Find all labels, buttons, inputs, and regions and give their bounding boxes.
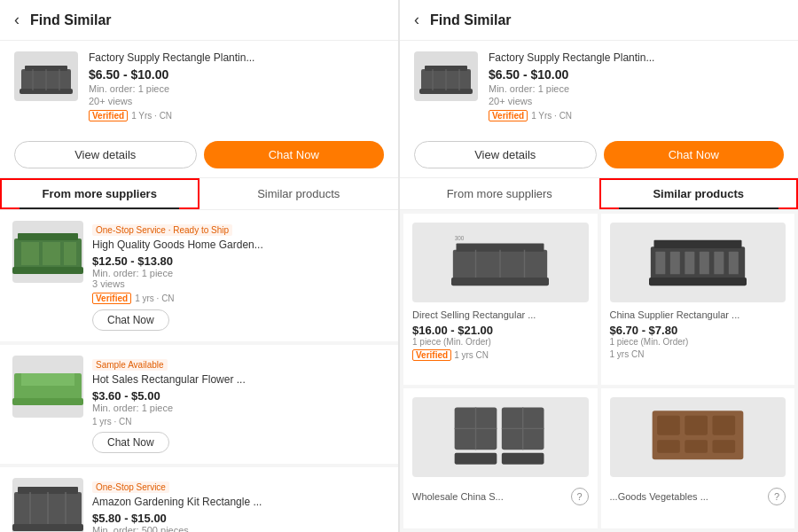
right-view-details-button[interactable]: View details (414, 141, 597, 168)
left-verified-row: Verified 1 Yrs · CN (89, 110, 384, 121)
svg-rect-29 (451, 278, 549, 286)
left-supplier-moq-2: Min. order: 1 piece (92, 403, 386, 413)
right-product-info: Factory Supply Rectangle Plantin... $6.5… (489, 51, 784, 121)
left-verified-badge: Verified (89, 110, 128, 121)
svg-rect-38 (670, 251, 680, 274)
similar-img-4 (610, 397, 786, 477)
left-product-price: $6.50 - $10.00 (89, 67, 384, 82)
left-view-details-button[interactable]: View details (14, 141, 197, 168)
left-product-name: Factory Supply Rectangle Plantin... (89, 51, 384, 64)
left-supplier-img-1 (12, 221, 83, 283)
right-back-button[interactable]: ‹ (414, 11, 419, 29)
similar-item-4: ...Goods Vegetables ... ? (601, 388, 795, 529)
similar-img-2 (610, 223, 786, 302)
similar-verified-badge-1: Verified (412, 349, 451, 361)
right-verified-meta: 1 Yrs · CN (531, 111, 572, 121)
similar-item-name-2: China Supplier Rectangular ... (610, 309, 786, 320)
similar-item-verified-1: Verified 1 yrs CN (412, 349, 589, 361)
similar-item-name-1: Direct Selling Rectangular ... (412, 309, 589, 320)
svg-rect-40 (700, 251, 709, 274)
svg-rect-9 (21, 242, 39, 265)
left-chat-now-button[interactable]: Chat Now (204, 141, 385, 168)
right-tab-more-suppliers[interactable]: From more suppliers (400, 178, 599, 209)
panels-container: ‹ Find Similar Factory Supply Rectangle … (0, 0, 798, 532)
right-panel: ‹ Find Similar Factory Supply Rectangle … (400, 0, 798, 532)
left-tabs-row: From more suppliers Similar products (0, 178, 398, 210)
left-supplier-bottom-1: Chat Now (92, 309, 386, 331)
left-product-card: Factory Supply Rectangle Plantin... $6.5… (0, 41, 398, 132)
left-supplier-price-2: $3.60 - $5.00 (92, 389, 386, 403)
svg-rect-52 (657, 416, 680, 435)
right-chat-now-button[interactable]: Chat Now (604, 141, 785, 168)
similar-4-svg (649, 403, 747, 470)
similar-item-verified-2: 1 yrs CN (610, 349, 786, 359)
svg-rect-54 (712, 416, 735, 435)
svg-rect-10 (43, 242, 60, 265)
left-action-buttons: View details Chat Now (0, 132, 398, 178)
right-header: ‹ Find Similar (400, 0, 798, 41)
svg-rect-13 (12, 398, 83, 405)
left-product-info: Factory Supply Rectangle Plantin... $6.5… (89, 51, 384, 121)
planter-box-svg (20, 57, 73, 96)
left-supplier-details-1: One-Stop Service · Ready to Ship High Qu… (92, 221, 386, 331)
left-product-views: 20+ views (89, 96, 384, 106)
svg-rect-46 (502, 453, 544, 465)
right-product-price: $6.50 - $10.00 (489, 67, 784, 82)
left-supplier-moq-1: Min. order: 1 piece (92, 268, 386, 278)
svg-rect-14 (21, 373, 74, 386)
right-product-views: 20+ views (489, 96, 784, 106)
left-supplier-badge-1: One-Stop Service · Ready to Ship (92, 224, 232, 236)
similar-item-bottom-4: ...Goods Vegetables ... ? (610, 488, 786, 505)
supplier-3-svg (12, 478, 83, 532)
right-tabs-row: From more suppliers Similar products (400, 178, 798, 210)
left-supplier-badge-3: One-Stop Service (92, 481, 169, 493)
help-icon-similar-4[interactable]: ? (768, 488, 786, 505)
svg-rect-56 (685, 440, 708, 453)
left-supplier-price-1: $12.50 - $13.80 (92, 254, 386, 268)
left-supplier-verified-1: Verified 1 yrs · CN (92, 293, 386, 304)
left-supplier-views-1: 3 views (92, 278, 386, 289)
svg-rect-42 (729, 251, 739, 274)
svg-rect-17 (12, 524, 83, 531)
similar-item-moq-1: 1 piece (Min. Order) (412, 337, 589, 347)
similar-verified-meta-2: 1 yrs CN (610, 349, 645, 359)
svg-text:300: 300 (455, 234, 465, 240)
svg-rect-36 (649, 278, 747, 286)
supplier-1-svg (12, 221, 83, 283)
left-tab-more-suppliers[interactable]: From more suppliers (0, 178, 200, 209)
left-product-image (14, 51, 78, 101)
similar-item-3: Wholesale China S... ? (403, 388, 598, 529)
right-product-name: Factory Supply Rectangle Plantin... (489, 51, 784, 64)
left-product-moq: Min. order: 1 piece (89, 83, 384, 94)
left-supplier-item-3: One-Stop Service Amazon Gardening Kit Re… (0, 467, 398, 532)
left-supplier-price-3: $5.80 - $15.00 (92, 512, 386, 525)
svg-rect-45 (455, 453, 497, 465)
left-supplier-details-3: One-Stop Service Amazon Gardening Kit Re… (92, 478, 386, 532)
right-product-image (414, 51, 478, 101)
right-header-title: Find Similar (430, 12, 512, 28)
left-supplier-bottom-2: Chat Now (92, 432, 386, 453)
help-icon-similar-3[interactable]: ? (571, 488, 589, 505)
left-supplier-chat-2[interactable]: Chat Now (92, 432, 169, 453)
left-supplier-item-2: Sample Available Hot Sales Rectangular F… (0, 345, 398, 464)
left-supplier-name-3: Amazon Gardening Kit Rectangle ... (92, 496, 386, 508)
left-supplier-chat-1[interactable]: Chat Now (92, 309, 169, 331)
left-tab-similar-products[interactable]: Similar products (200, 178, 399, 209)
left-supplier-list: One-Stop Service · Ready to Ship High Qu… (0, 210, 398, 532)
right-verified-row: Verified 1 Yrs · CN (489, 110, 784, 121)
left-back-button[interactable]: ‹ (14, 11, 20, 29)
similar-img-3 (412, 397, 589, 477)
svg-rect-7 (18, 233, 78, 240)
right-tab-similar-products[interactable]: Similar products (599, 178, 799, 209)
left-supplier-name-1: High Quality Goods Home Garden... (92, 239, 386, 251)
similar-img-1: 300 (412, 223, 589, 302)
supplier-2-svg (12, 356, 83, 418)
left-supplier-img-3 (12, 478, 83, 532)
similar-item-moq-2: 1 piece (Min. Order) (610, 337, 786, 347)
svg-rect-53 (685, 416, 708, 435)
svg-rect-35 (653, 239, 741, 247)
right-action-buttons: View details Chat Now (400, 132, 798, 178)
similar-item-price-2: $6.70 - $7.80 (610, 324, 786, 337)
similar-item-bottom-3: Wholesale China S... ? (412, 488, 589, 505)
similar-item-1: 300 Direct Selling Rectangular ... $16.0… (403, 214, 598, 385)
